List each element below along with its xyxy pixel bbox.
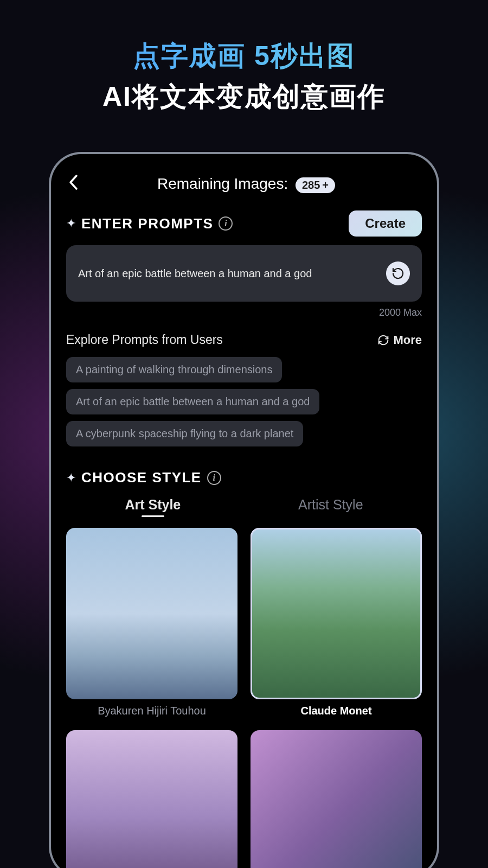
refresh-icon	[378, 335, 389, 346]
style-card[interactable]: Byakuren Hijiri Touhou	[66, 528, 237, 717]
explore-title: Explore Prompts from Users	[66, 333, 223, 347]
max-chars-label: 2000 Max	[66, 307, 422, 318]
style-name: Claude Monet	[251, 705, 422, 717]
style-thumbnail	[251, 730, 422, 868]
remaining-count-pill[interactable]: 285+	[296, 177, 335, 193]
sparkle-icon: ✦	[66, 216, 76, 231]
info-icon[interactable]: i	[207, 471, 221, 485]
hero-subtitle: AI将文本变成创意画作	[0, 79, 488, 115]
plus-icon: +	[322, 179, 329, 192]
sparkle-icon: ✦	[66, 471, 76, 485]
info-icon[interactable]: i	[219, 216, 233, 231]
prompt-input[interactable]: Art of an epic battle between a human an…	[66, 245, 422, 302]
back-button[interactable]	[66, 173, 80, 195]
refresh-prompt-button[interactable]	[386, 261, 410, 285]
style-card[interactable]: Claude Monet	[251, 528, 422, 717]
prompt-chip[interactable]: A cyberpunk spaceship flying to a dark p…	[66, 421, 303, 446]
prompt-chip[interactable]: A painting of walking through dimensions	[66, 357, 282, 382]
enter-prompts-title: ENTER PROMPTS	[81, 215, 213, 232]
remaining-label: Remaining Images: 285+	[89, 175, 403, 193]
create-button[interactable]: Create	[349, 210, 422, 237]
style-card[interactable]	[66, 730, 237, 868]
prompt-text: Art of an epic battle between a human an…	[78, 266, 378, 281]
choose-style-title: CHOOSE STYLE	[81, 469, 202, 486]
tab-art-style[interactable]: Art Style	[125, 497, 181, 517]
style-name: Byakuren Hijiri Touhou	[66, 705, 237, 717]
tab-artist-style[interactable]: Artist Style	[298, 497, 363, 517]
style-thumbnail	[251, 528, 422, 699]
more-button[interactable]: More	[378, 333, 422, 347]
style-thumbnail	[66, 528, 237, 699]
style-thumbnail	[66, 730, 237, 868]
phone-frame: Remaining Images: 285+ ✦ ENTER PROMPTS i…	[49, 152, 439, 868]
hero-title: 点字成画 5秒出图	[0, 38, 488, 74]
prompt-chip[interactable]: Art of an epic battle between a human an…	[66, 389, 319, 414]
style-card[interactable]	[251, 730, 422, 868]
